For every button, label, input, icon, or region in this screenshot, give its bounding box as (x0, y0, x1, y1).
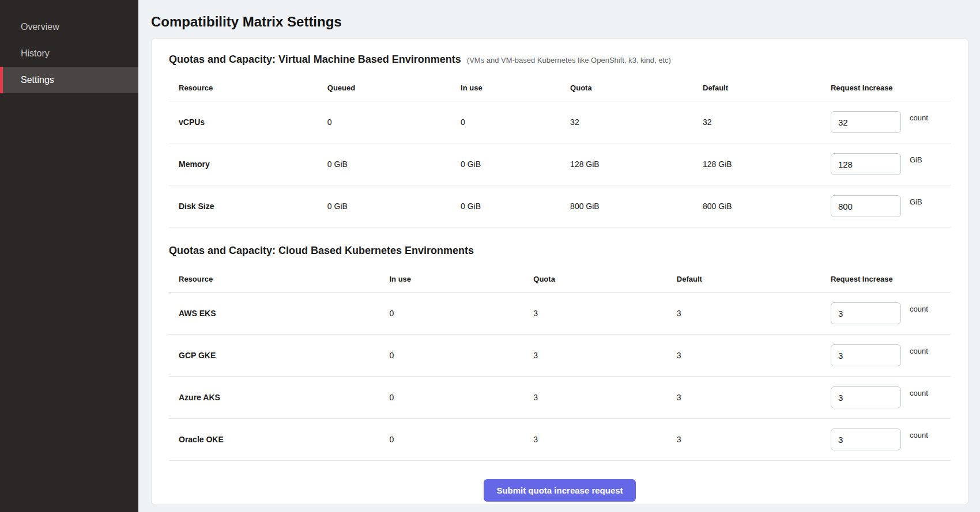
settings-card: Quotas and Capacity: Virtual Machine Bas… (151, 38, 968, 505)
resource-name: GCP GKE (179, 351, 389, 360)
unit-label: GiB (910, 198, 922, 206)
sidebar: Overview History Settings (0, 0, 138, 512)
sidebar-item-history[interactable]: History (0, 40, 138, 67)
request-increase-input-vcpus[interactable] (831, 111, 901, 133)
cloud-section-title: Quotas and Capacity: Cloud Based Kuberne… (169, 245, 474, 257)
resource-name: vCPUs (179, 117, 327, 127)
cloud-section-header: Quotas and Capacity: Cloud Based Kuberne… (169, 245, 951, 257)
resource-name: Memory (179, 160, 327, 169)
request-increase-input-disk-size[interactable] (831, 195, 901, 217)
default-value: 3 (677, 351, 831, 360)
vm-section-note: (VMs and VM-based Kubernetes like OpenSh… (467, 56, 671, 65)
page-title: Compatibility Matrix Settings (151, 14, 968, 30)
in-use-value: 0 (389, 309, 533, 318)
table-row-vcpus: vCPUs 0 0 32 32 count (169, 101, 951, 143)
default-value: 3 (677, 435, 831, 444)
column-header-default: Default (703, 84, 831, 92)
sidebar-item-label: Overview (21, 22, 59, 32)
column-header-in-use: In use (389, 275, 533, 283)
column-header-resource: Resource (179, 275, 389, 283)
in-use-value: 0 (389, 435, 533, 444)
quota-value: 3 (533, 309, 677, 318)
queued-value: 0 (327, 117, 461, 127)
column-header-request-increase: Request Increase (831, 84, 945, 92)
in-use-value: 0 (461, 117, 570, 127)
resource-name: AWS EKS (179, 309, 389, 318)
default-value: 800 GiB (703, 202, 831, 211)
quota-value: 3 (533, 351, 677, 360)
in-use-value: 0 (389, 351, 533, 360)
request-increase-input-azure-aks[interactable] (831, 386, 901, 408)
request-increase-input-memory[interactable] (831, 153, 901, 175)
in-use-value: 0 GiB (461, 160, 570, 169)
sidebar-item-overview[interactable]: Overview (0, 14, 138, 40)
column-header-quota: Quota (570, 84, 703, 92)
table-row-gcp-gke: GCP GKE 0 3 3 count (169, 335, 951, 377)
sidebar-item-label: Settings (21, 75, 54, 85)
submit-row: Submit quota increase request (169, 479, 951, 502)
quota-value: 3 (533, 393, 677, 402)
column-header-queued: Queued (327, 84, 461, 92)
unit-label: count (910, 431, 928, 439)
in-use-value: 0 GiB (461, 202, 570, 211)
main-content: Compatibility Matrix Settings Quotas and… (138, 0, 980, 512)
queued-value: 0 GiB (327, 202, 461, 211)
column-header-default: Default (677, 275, 831, 283)
resource-name: Azure AKS (179, 393, 389, 402)
default-value: 3 (677, 393, 831, 402)
column-header-request-increase: Request Increase (831, 275, 945, 283)
request-increase-input-aws-eks[interactable] (831, 302, 901, 324)
unit-label: count (910, 305, 928, 313)
vm-section-title: Quotas and Capacity: Virtual Machine Bas… (169, 54, 461, 66)
table-row-azure-aks: Azure AKS 0 3 3 count (169, 377, 951, 419)
table-row-disk-size: Disk Size 0 GiB 0 GiB 800 GiB 800 GiB Gi… (169, 185, 951, 227)
submit-quota-increase-button[interactable]: Submit quota increase request (484, 479, 635, 502)
quota-value: 128 GiB (570, 160, 703, 169)
resource-name: Oracle OKE (179, 435, 389, 444)
cloud-table-header: Resource In use Quota Default Request In… (169, 266, 951, 293)
in-use-value: 0 (389, 393, 533, 402)
table-row-aws-eks: AWS EKS 0 3 3 count (169, 293, 951, 335)
vm-section-header: Quotas and Capacity: Virtual Machine Bas… (169, 54, 951, 66)
request-increase-input-gcp-gke[interactable] (831, 344, 901, 366)
default-value: 3 (677, 309, 831, 318)
default-value: 32 (703, 117, 831, 127)
resource-name: Disk Size (179, 202, 327, 211)
column-header-in-use: In use (461, 84, 570, 92)
column-header-resource: Resource (179, 84, 327, 92)
default-value: 128 GiB (703, 160, 831, 169)
quota-value: 3 (533, 435, 677, 444)
table-row-oracle-oke: Oracle OKE 0 3 3 count (169, 419, 951, 461)
unit-label: count (910, 347, 928, 355)
quota-value: 32 (570, 117, 703, 127)
request-increase-input-oracle-oke[interactable] (831, 428, 901, 450)
vm-table-header: Resource Queued In use Quota Default Req… (169, 75, 951, 101)
unit-label: GiB (910, 156, 922, 164)
quota-value: 800 GiB (570, 202, 703, 211)
unit-label: count (910, 113, 928, 122)
table-row-memory: Memory 0 GiB 0 GiB 128 GiB 128 GiB GiB (169, 143, 951, 185)
column-header-quota: Quota (533, 275, 677, 283)
unit-label: count (910, 389, 928, 397)
queued-value: 0 GiB (327, 160, 461, 169)
sidebar-item-label: History (21, 48, 50, 59)
sidebar-item-settings[interactable]: Settings (0, 67, 138, 93)
